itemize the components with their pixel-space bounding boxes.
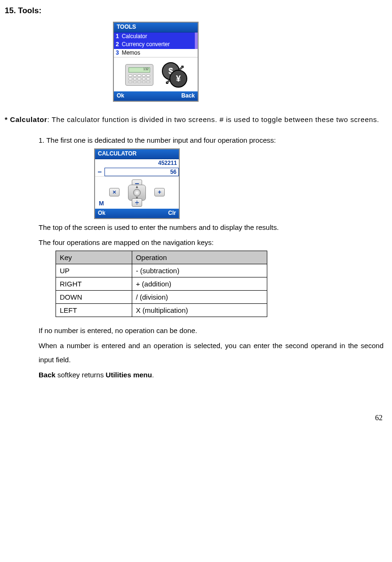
calculator-intro-lead: * Calculator: [5, 115, 48, 123]
section-heading: 15. Tools:: [5, 3, 387, 19]
table-cell: X (multiplication): [132, 303, 267, 317]
calc-operand-2[interactable]: 56: [104, 168, 179, 176]
multiply-button[interactable]: ×: [109, 188, 120, 196]
table-cell: DOWN: [56, 290, 132, 303]
calculator-icon: [125, 64, 153, 86]
calc-input-row-1: 452211: [95, 159, 179, 168]
swap-arrow-icon: ⇗: [179, 63, 184, 72]
table-row: UP - (subtraction): [56, 264, 267, 277]
calc-dpad-area: − × ▲ ▼ + ÷ M: [95, 176, 179, 209]
tools-titlebar: TOOLS: [114, 23, 198, 33]
table-row: LEFT X (multiplication): [56, 303, 267, 317]
step-1-text: 1. The first one is dedicated to the num…: [39, 133, 384, 147]
table-cell: - (subtraction): [132, 264, 267, 277]
menu-item-label: Memos: [122, 49, 140, 57]
body-text: When a number is entered and an operatio…: [39, 339, 384, 367]
tools-screenshot: TOOLS 1 Calculator 2 Currency converter …: [113, 22, 199, 102]
body-text: The four operations are mapped on the na…: [39, 236, 384, 250]
chevron-up-icon: ▲: [135, 185, 139, 189]
table-header-operation: Operation: [132, 251, 267, 264]
table-cell: UP: [56, 264, 132, 277]
divide-icon: ÷: [132, 198, 142, 207]
table-cell: RIGHT: [56, 277, 132, 290]
tools-menu-item-memos[interactable]: 3 Memos: [114, 49, 198, 57]
currency-icon: $ ¥ ⇙ ⇗: [162, 62, 187, 88]
table-header-key: Key: [56, 251, 132, 264]
memory-indicator: M: [99, 200, 104, 208]
page-number: 62: [5, 410, 387, 425]
table-header-row: Key Operation: [56, 251, 267, 264]
yen-coin-icon: ¥: [169, 70, 187, 88]
softkey-back[interactable]: Back: [181, 92, 195, 100]
tools-menu: 1 Calculator 2 Currency converter 3 Memo…: [114, 33, 198, 57]
table-cell: / (division): [132, 290, 267, 303]
body-text-span: softkey returns: [56, 371, 106, 379]
body-text-span: .: [152, 371, 154, 379]
menu-item-label: Currency converter: [122, 41, 170, 49]
calculator-intro-paragraph: * Calculator: The calculator function is…: [5, 113, 387, 127]
calc-operand-1[interactable]: 452211: [104, 159, 179, 168]
softkey-clr[interactable]: Clr: [168, 210, 176, 217]
body-text: Back softkey returns Utilities menu.: [39, 368, 384, 382]
menu-item-number: 1: [116, 33, 119, 41]
table-row: DOWN / (division): [56, 290, 267, 303]
calculator-screenshot: CALCULATOR 452211 − 56 − × ▲ ▼ + ÷ M: [94, 148, 180, 219]
calculator-intro-rest: : The calculator function is divided in …: [48, 115, 379, 123]
body-text: If no number is entered, no operation ca…: [39, 324, 384, 338]
calc-titlebar: CALCULATOR: [95, 149, 179, 159]
calc-input-row-2: − 56: [95, 168, 179, 176]
softkey-ok[interactable]: Ok: [117, 92, 124, 100]
plus-button[interactable]: +: [154, 188, 165, 196]
table-row: RIGHT + (addition): [56, 277, 267, 290]
swap-arrow-icon: ⇙: [165, 77, 171, 86]
tools-menu-item-currency[interactable]: 2 Currency converter: [114, 41, 198, 49]
operations-table: Key Operation UP - (subtraction) RIGHT +…: [56, 251, 267, 317]
menu-item-number: 3: [116, 49, 119, 57]
tools-menu-item-calculator[interactable]: 1 Calculator: [114, 33, 198, 41]
tools-icon-area: $ ¥ ⇙ ⇗: [114, 57, 198, 91]
softkey-ok[interactable]: Ok: [98, 210, 105, 217]
calc-operator: −: [95, 167, 104, 177]
menu-item-label: Calculator: [122, 33, 147, 41]
utilities-menu-name: Utilities menu: [106, 371, 152, 379]
table-cell: + (addition): [132, 277, 267, 290]
menu-item-number: 2: [116, 41, 119, 49]
back-softkey-name: Back: [39, 371, 56, 379]
table-cell: LEFT: [56, 303, 132, 317]
body-text: The top of the screen is used to enter t…: [39, 220, 384, 235]
